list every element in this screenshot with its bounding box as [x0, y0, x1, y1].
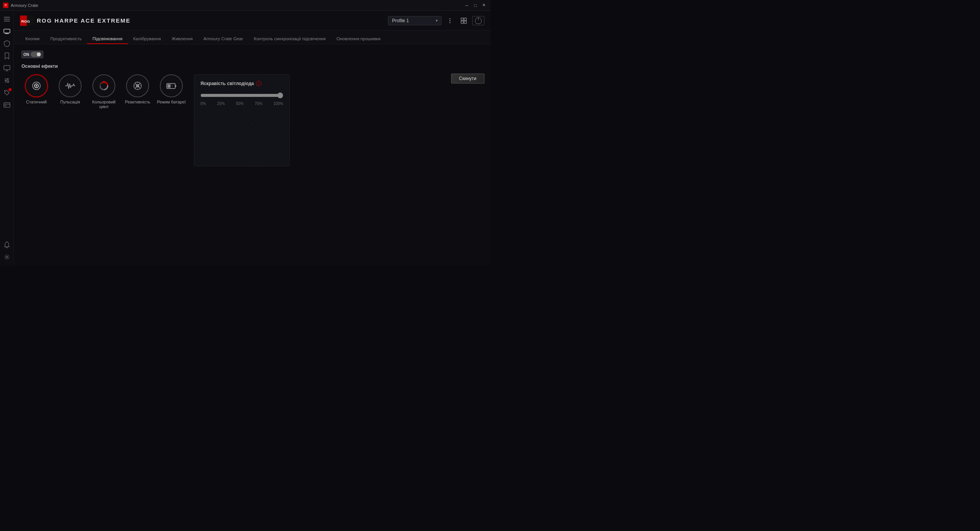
svg-rect-0: [4, 17, 10, 18]
tab-power[interactable]: Живлення: [166, 34, 198, 44]
svg-point-9: [5, 80, 7, 81]
sidebar-item-device[interactable]: [2, 26, 12, 37]
app-container: ROG ROG HARPE ACE EXTREME Profile 1 Prof…: [0, 11, 491, 266]
sidebar-item-card[interactable]: [2, 100, 12, 110]
menu-icon: [4, 16, 10, 22]
info-icon[interactable]: i: [256, 81, 261, 86]
maximize-button[interactable]: □: [471, 2, 479, 8]
slider-label-0: 0%: [200, 102, 206, 106]
svg-rect-15: [5, 105, 7, 106]
device-preview-icon: [472, 16, 484, 25]
tab-productivity[interactable]: Продуктивність: [45, 34, 87, 44]
app-title: Armoury Crate: [11, 3, 38, 8]
close-button[interactable]: ✕: [480, 2, 488, 8]
sidebar-item-notification[interactable]: [2, 239, 12, 250]
header: ROG ROG HARPE ACE EXTREME Profile 1 Prof…: [14, 11, 491, 31]
sliders-icon: [4, 77, 10, 84]
svg-text:ROG: ROG: [21, 19, 30, 23]
brightness-title: Яскравість світлодіода i: [200, 81, 283, 86]
top-actions: ON: [21, 51, 483, 58]
svg-point-16: [6, 256, 8, 258]
main-content: ON Скинути Основні ефекти: [14, 44, 491, 266]
svg-point-21: [450, 20, 451, 21]
toggle-switch[interactable]: [31, 52, 41, 57]
slider-label-100: 100%: [273, 102, 283, 106]
toggle-container: ON: [21, 51, 43, 58]
static-effect-icon: [31, 80, 42, 92]
sidebar-item-menu[interactable]: [2, 14, 12, 25]
minimize-button[interactable]: ─: [463, 2, 471, 8]
lighting-toggle[interactable]: ON: [21, 51, 43, 58]
brightness-slider[interactable]: [200, 92, 283, 98]
effects-grid: Статичний Пульсація: [21, 74, 483, 166]
svg-point-7: [7, 78, 8, 80]
device-name: ROG HARPE ACE EXTREME: [37, 17, 131, 24]
effect-pulse[interactable]: Пульсація: [55, 74, 85, 109]
sidebar-item-bookmark[interactable]: [2, 51, 12, 61]
svg-point-34: [103, 81, 105, 83]
tab-sync[interactable]: Контроль синхронізації підсвічення: [248, 34, 331, 44]
sidebar-item-tag[interactable]: [2, 87, 12, 98]
tab-lighting[interactable]: Підсвінювання: [87, 34, 128, 44]
battery-effect-icon: [166, 80, 177, 92]
save-button[interactable]: Скинути: [451, 74, 484, 84]
reactive-effect-icon: [132, 80, 143, 92]
tab-update[interactable]: Оновлення прошивки: [331, 34, 386, 44]
effect-static-label: Статичний: [26, 100, 47, 104]
svg-rect-4: [5, 33, 9, 34]
effect-color-cycle-icon-wrapper: [92, 74, 115, 97]
tab-armoury[interactable]: Armoury Crate Gear: [198, 34, 249, 44]
tag-badge: [8, 88, 11, 91]
svg-point-35: [101, 83, 102, 84]
content-area: ROG ROG HARPE ACE EXTREME Profile 1 Prof…: [14, 11, 491, 266]
sidebar-item-sliders[interactable]: [2, 75, 12, 86]
effect-color-cycle[interactable]: Кольоровий цикл: [89, 74, 119, 109]
header-logo: ROG ROG HARPE ACE EXTREME: [20, 15, 131, 26]
svg-point-30: [33, 82, 40, 90]
tabs: Кнопки Продуктивність Підсвінювання Калі…: [14, 31, 491, 44]
brightness-title-text: Яскравість світлодіода: [200, 81, 254, 86]
tab-calibration[interactable]: Калібрування: [128, 34, 166, 44]
sidebar-bottom: [2, 239, 12, 262]
header-right: Profile 1 Profile 2 Profile 3: [388, 15, 484, 26]
sidebar-item-shield[interactable]: [2, 38, 12, 49]
svg-rect-26: [464, 21, 466, 23]
svg-rect-2: [4, 21, 10, 21]
dots-vertical-icon: [447, 18, 453, 24]
svg-rect-40: [167, 84, 171, 88]
effect-battery[interactable]: Режим батареї: [156, 74, 186, 109]
brightness-panel: Яскравість світлодіода i 0% 25% 50% 75% …: [194, 74, 290, 166]
tab-buttons[interactable]: Кнопки: [20, 34, 45, 44]
effect-static[interactable]: Статичний: [21, 74, 51, 109]
sidebar-item-monitor[interactable]: [2, 63, 12, 74]
svg-point-11: [7, 81, 9, 83]
layout-button[interactable]: [458, 15, 469, 26]
slider-label-25: 25%: [217, 102, 225, 106]
more-options-button[interactable]: [445, 15, 455, 26]
effect-static-icon-wrapper: [25, 74, 48, 97]
settings-icon: [4, 254, 10, 260]
effects-list: Статичний Пульсація: [21, 74, 186, 109]
effect-battery-label: Режим батареї: [157, 100, 185, 104]
profile-select[interactable]: Profile 1 Profile 2 Profile 3: [388, 16, 442, 25]
shield-icon: [4, 40, 10, 47]
slider-label-75: 75%: [254, 102, 262, 106]
effect-reactive[interactable]: Реактивність: [123, 74, 153, 109]
svg-rect-39: [175, 85, 176, 87]
profile-select-wrapper: Profile 1 Profile 2 Profile 3: [388, 16, 442, 25]
svg-point-12: [5, 91, 6, 92]
layout-icon: [461, 18, 467, 24]
monitor-icon: [3, 65, 10, 71]
svg-rect-23: [461, 18, 463, 20]
titlebar: R Armoury Crate ─ □ ✕: [0, 0, 491, 11]
svg-rect-25: [461, 21, 463, 23]
effect-color-cycle-label: Кольоровий цикл: [89, 100, 119, 109]
svg-rect-1: [4, 19, 10, 20]
rog-logo-svg: ROG: [20, 15, 34, 26]
device-icon: [3, 29, 10, 34]
effect-pulse-icon-wrapper: [59, 74, 82, 97]
sidebar-item-settings[interactable]: [2, 252, 12, 262]
effect-reactive-label: Реактивність: [125, 100, 150, 104]
pulse-effect-icon: [64, 80, 76, 92]
effect-battery-icon-wrapper: [160, 74, 183, 97]
